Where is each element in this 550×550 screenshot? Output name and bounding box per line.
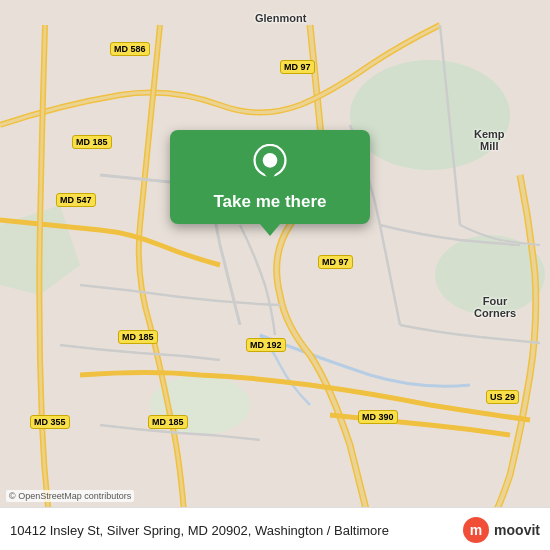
road-label-md185a: MD 185 xyxy=(72,135,112,149)
svg-text:m: m xyxy=(470,522,482,538)
address-region: Washington / Baltimore xyxy=(255,523,389,538)
location-pin-icon xyxy=(250,144,290,184)
navigation-callout[interactable]: Take me there xyxy=(170,130,370,224)
road-label-md185c: MD 185 xyxy=(148,415,188,429)
moovit-logo: m moovit xyxy=(462,516,540,544)
road-label-md192: MD 192 xyxy=(246,338,286,352)
address-street: 10412 Insley St, Silver Spring, MD 20902… xyxy=(10,523,251,538)
callout-label: Take me there xyxy=(213,192,326,212)
road-label-md97b: MD 97 xyxy=(318,255,353,269)
moovit-wordmark: moovit xyxy=(494,522,540,538)
address-display: 10412 Insley St, Silver Spring, MD 20902… xyxy=(10,523,462,538)
moovit-brand-icon: m xyxy=(462,516,490,544)
svg-point-5 xyxy=(263,153,278,168)
road-label-md97a: MD 97 xyxy=(280,60,315,74)
svg-point-0 xyxy=(350,60,510,170)
osm-attribution: © OpenStreetMap contributors xyxy=(6,490,134,502)
road-label-md586: MD 586 xyxy=(110,42,150,56)
place-label-kemp-mill: KempMill xyxy=(474,128,505,152)
road-label-md390: MD 390 xyxy=(358,410,398,424)
map-roads-svg xyxy=(0,0,550,550)
bottom-bar: 10412 Insley St, Silver Spring, MD 20902… xyxy=(0,507,550,550)
place-label-four-corners: FourCorners xyxy=(474,295,516,319)
road-label-md547: MD 547 xyxy=(56,193,96,207)
road-label-us29: US 29 xyxy=(486,390,519,404)
road-label-md355: MD 355 xyxy=(30,415,70,429)
place-label-glenmont: Glenmont xyxy=(255,12,306,24)
map-container: MD 586 MD 97 MD 185 MD 547 MD 97 MD 185 … xyxy=(0,0,550,550)
road-label-md185b: MD 185 xyxy=(118,330,158,344)
